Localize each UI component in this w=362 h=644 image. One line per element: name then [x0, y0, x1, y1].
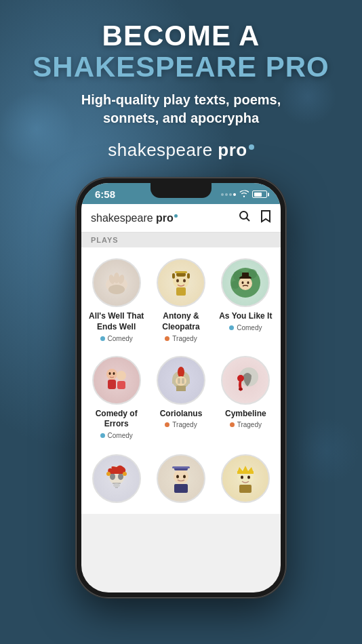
app-name-nav: shakespeare pro	[91, 212, 178, 224]
svg-point-25	[106, 369, 117, 380]
svg-point-12	[176, 279, 179, 283]
svg-point-13	[183, 279, 186, 283]
play-genre: Tragedy	[230, 421, 262, 428]
headline-line1: BECOME A	[14, 20, 348, 52]
play-avatar-cymbeline	[221, 356, 270, 405]
genre-label: Tragedy	[172, 421, 197, 428]
genre-label: Comedy	[108, 432, 133, 439]
play-genre: Tragedy	[165, 335, 197, 342]
phone-frame: 6:58	[76, 178, 286, 598]
nav-icons	[239, 209, 271, 226]
play-avatar-asyoulike	[221, 258, 270, 307]
headline-text-1: BECOME A	[102, 20, 260, 52]
list-item[interactable]	[214, 450, 278, 511]
svg-rect-50	[172, 466, 190, 468]
svg-point-0	[240, 212, 247, 219]
svg-rect-26	[108, 380, 116, 389]
list-item[interactable]: Comedy of Errors Comedy	[84, 352, 148, 443]
subheadline: High-quality play texts, poems,sonnets, …	[14, 91, 348, 127]
play-genre: Comedy	[229, 324, 262, 331]
play-title: Comedy of Errors	[87, 409, 146, 430]
genre-label: Tragedy	[237, 421, 262, 428]
play-genre: Comedy	[100, 432, 133, 439]
nav-app-word: shakespeare	[91, 212, 153, 224]
play-avatar-antony	[157, 258, 205, 307]
svg-point-6	[108, 285, 125, 294]
svg-point-29	[108, 372, 110, 375]
list-item[interactable]: Antony & Cleopatra Tragedy	[148, 254, 213, 346]
play-avatar-coriolanus	[157, 356, 205, 405]
svg-rect-24	[239, 277, 252, 279]
signal-dot-2	[225, 193, 228, 196]
svg-point-43	[110, 473, 115, 480]
svg-rect-9	[175, 271, 187, 273]
play-avatar-henry	[157, 454, 205, 503]
status-time: 6:58	[95, 188, 115, 200]
play-avatar-comedy	[92, 356, 141, 405]
pro-dot-icon	[249, 144, 254, 150]
svg-rect-36	[178, 378, 180, 384]
svg-point-51	[176, 475, 179, 478]
genre-label: Tragedy	[172, 335, 197, 342]
svg-rect-37	[182, 378, 184, 384]
svg-rect-55	[237, 471, 254, 474]
svg-rect-38	[176, 386, 186, 391]
search-icon[interactable]	[239, 210, 251, 226]
svg-rect-53	[174, 484, 188, 493]
svg-rect-23	[242, 273, 249, 278]
svg-point-27	[117, 371, 126, 380]
svg-point-41	[239, 388, 243, 390]
genre-label: Comedy	[108, 335, 133, 342]
wifi-icon	[239, 190, 249, 199]
battery-icon	[252, 190, 267, 198]
play-title: All's Well That Ends Well	[87, 311, 146, 332]
play-genre: Comedy	[100, 335, 133, 342]
svg-rect-28	[117, 381, 125, 389]
nav-pro-dot	[174, 214, 178, 218]
list-item[interactable]: Cymbeline Tragedy	[214, 352, 278, 443]
list-item[interactable]: Coriolanus Tragedy	[148, 352, 213, 443]
signal-dots	[221, 193, 236, 196]
status-icons	[221, 190, 267, 199]
svg-point-56	[241, 475, 243, 479]
svg-point-44	[118, 473, 123, 480]
svg-point-35	[176, 376, 186, 386]
svg-point-30	[113, 372, 115, 375]
genre-dot-comedy	[229, 325, 234, 330]
bookmark-icon[interactable]	[260, 209, 271, 226]
play-title: As You Like It	[219, 311, 272, 322]
app-name-large: shakespeare pro	[14, 140, 348, 161]
svg-point-34	[178, 367, 184, 378]
phone-screen: 6:58	[81, 183, 281, 592]
nav-app-pro: pro	[156, 212, 174, 224]
list-item[interactable]	[148, 450, 213, 511]
notch	[150, 183, 212, 198]
svg-point-52	[183, 475, 186, 478]
header-section: BECOME A SHAKESPEARE PRO High-quality pl…	[0, 0, 362, 171]
list-item[interactable]: All's Well That Ends Well Comedy	[84, 254, 148, 346]
genre-dot-comedy	[100, 433, 105, 438]
svg-point-47	[123, 472, 127, 476]
svg-point-21	[247, 281, 249, 284]
genre-dot-comedy	[100, 336, 105, 341]
play-title: Coriolanus	[160, 409, 203, 420]
list-item[interactable]: As You Like It Comedy	[214, 254, 278, 346]
app-navbar: shakespeare pro	[81, 204, 281, 233]
phone-wrapper: 6:58	[0, 178, 362, 598]
section-label: PLAYS	[81, 233, 281, 247]
status-bar: 6:58	[81, 183, 281, 204]
svg-point-46	[106, 472, 110, 476]
play-avatar-allswell	[92, 258, 141, 307]
battery-fill	[254, 193, 262, 197]
svg-point-48	[174, 469, 188, 484]
play-avatar-henry5	[221, 454, 270, 503]
signal-dot-1	[221, 193, 224, 196]
play-genre: Tragedy	[165, 421, 197, 428]
play-title: Antony & Cleopatra	[151, 311, 210, 332]
signal-dot-4	[233, 193, 236, 196]
list-item[interactable]	[84, 450, 148, 511]
svg-rect-10	[172, 273, 175, 279]
svg-point-20	[242, 281, 244, 284]
svg-point-45	[113, 483, 120, 487]
svg-line-1	[247, 218, 250, 222]
